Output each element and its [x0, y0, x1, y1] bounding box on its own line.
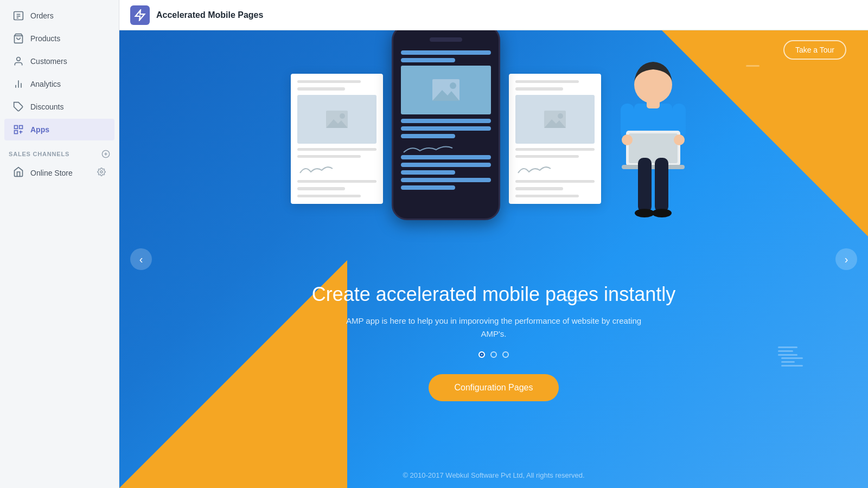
carousel-dot-3[interactable] — [502, 351, 509, 358]
analytics-icon — [13, 79, 24, 89]
svg-point-40 — [622, 134, 633, 145]
svg-point-25 — [450, 82, 456, 89]
online-store-label: Online Store — [30, 169, 73, 177]
online-store-settings-icon[interactable] — [97, 168, 106, 178]
svg-rect-35 — [622, 165, 685, 169]
svg-marker-19 — [136, 10, 145, 20]
svg-rect-37 — [655, 158, 668, 212]
sidebar-item-customers[interactable]: Customers — [4, 50, 114, 72]
img-placeholder-right1 — [515, 95, 595, 144]
carousel-dot-1[interactable] — [478, 351, 485, 358]
sidebar: Orders Products Customers Analytics Disc… — [0, 0, 119, 488]
svg-point-22 — [340, 113, 345, 119]
discounts-label: Discounts — [30, 102, 63, 111]
take-tour-button[interactable]: Take a Tour — [783, 40, 846, 60]
add-sales-channel-button[interactable] — [101, 150, 110, 158]
svg-rect-34 — [629, 133, 678, 163]
products-icon — [13, 33, 24, 44]
discounts-icon — [13, 101, 24, 112]
sidebar-item-discounts[interactable]: Discounts — [4, 96, 114, 118]
sidebar-item-products[interactable]: Products — [4, 28, 114, 49]
character-illustration — [610, 52, 697, 236]
svg-rect-11 — [20, 126, 23, 129]
hero-section: Take a Tour ‹ › — [119, 30, 868, 488]
phone-img-placeholder — [401, 66, 491, 114]
phone-mockup — [392, 30, 500, 220]
devices-area — [250, 41, 738, 236]
app-header: Accelerated Mobile Pages — [119, 0, 868, 30]
sidebar-item-analytics[interactable]: Analytics — [4, 73, 114, 95]
hero-subtitle: AMP app is here to help you in imporovin… — [119, 314, 868, 341]
svg-rect-36 — [638, 158, 652, 212]
sales-channels-header: SALES CHANNELS — [0, 141, 119, 162]
sidebar-item-online-store[interactable]: Online Store — [4, 162, 114, 183]
orders-label: Orders — [30, 11, 54, 20]
analytics-label: Analytics — [30, 80, 61, 88]
svg-point-5 — [17, 57, 21, 61]
apps-label: Apps — [30, 125, 49, 134]
configuration-pages-button[interactable]: Configuration Pages — [429, 374, 559, 401]
svg-rect-42 — [647, 100, 660, 108]
page-card-left — [291, 74, 383, 204]
deco-lines-top-right — [746, 63, 760, 69]
apps-icon — [13, 124, 24, 135]
online-store-icon — [13, 166, 24, 179]
carousel-next-button[interactable]: › — [835, 248, 857, 270]
sidebar-item-orders[interactable]: Orders — [4, 5, 114, 27]
hero-text: Create accelerated mobile pages instantl… — [119, 283, 868, 401]
footer: © 2010-2017 Webkul Software Pvt Ltd, All… — [119, 471, 868, 479]
img-placeholder-left — [297, 95, 376, 144]
hero-title: Create accelerated mobile pages instantl… — [119, 283, 868, 306]
customers-label: Customers — [30, 57, 67, 66]
page-card-right1 — [509, 74, 601, 204]
orders-icon — [13, 10, 24, 21]
customers-icon — [13, 56, 24, 67]
app-title: Accelerated Mobile Pages — [156, 10, 263, 20]
main-content: Accelerated Mobile Pages — [119, 0, 868, 488]
svg-rect-10 — [15, 126, 18, 129]
svg-point-28 — [558, 113, 563, 119]
carousel-dot-2[interactable] — [490, 351, 497, 358]
svg-point-18 — [100, 171, 103, 173]
svg-rect-12 — [15, 131, 18, 134]
svg-point-38 — [635, 209, 654, 217]
carousel-dots — [119, 351, 868, 358]
products-label: Products — [30, 34, 60, 43]
svg-point-39 — [652, 209, 672, 217]
app-logo — [130, 5, 150, 25]
svg-point-41 — [674, 134, 685, 145]
carousel-prev-button[interactable]: ‹ — [130, 248, 152, 270]
sidebar-item-apps[interactable]: Apps — [4, 119, 114, 140]
